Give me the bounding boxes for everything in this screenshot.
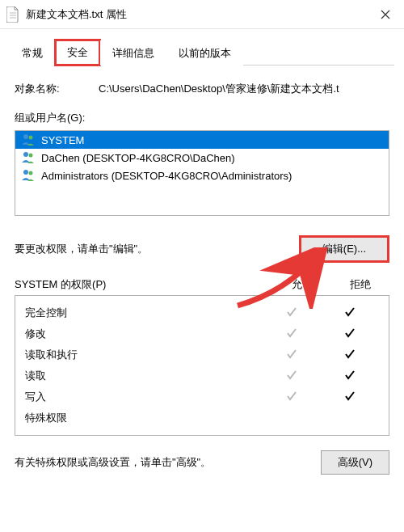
permission-allow-check xyxy=(263,390,321,405)
object-name-label: 对象名称: xyxy=(15,82,99,96)
svg-point-5 xyxy=(23,152,28,157)
permission-name: 读取 xyxy=(25,369,263,383)
svg-point-4 xyxy=(29,136,33,140)
permission-allow-check xyxy=(263,369,321,384)
edit-hint-text: 要更改权限，请单击"编辑"。 xyxy=(15,242,148,256)
window-title: 新建文本文档.txt 属性 xyxy=(26,7,367,22)
user-name: DaChen (DESKTOP-4KG8CRO\DaChen) xyxy=(41,152,235,164)
permission-row: 修改 xyxy=(15,323,389,344)
tab-general[interactable]: 常规 xyxy=(10,40,55,65)
permissions-header: SYSTEM 的权限(P) 允许 拒绝 xyxy=(15,277,389,292)
tab-previous-versions[interactable]: 以前的版本 xyxy=(166,40,243,65)
svg-point-8 xyxy=(29,171,33,175)
object-name-value: C:\Users\DaChen\Desktop\管家速修\新建文本文档.t xyxy=(99,82,389,96)
users-icon xyxy=(20,132,36,148)
permission-row: 读取和执行 xyxy=(15,344,389,365)
permission-row: 完全控制 xyxy=(15,302,389,323)
svg-point-6 xyxy=(29,154,33,158)
permission-name: 完全控制 xyxy=(25,306,263,320)
user-row[interactable]: DaChen (DESKTOP-4KG8CRO\DaChen) xyxy=(15,149,389,167)
advanced-button[interactable]: 高级(V) xyxy=(321,450,389,475)
close-button[interactable] xyxy=(367,0,404,29)
permission-allow-check xyxy=(263,306,321,321)
group-users-list[interactable]: SYSTEMDaChen (DESKTOP-4KG8CRO\DaChen)Adm… xyxy=(15,130,389,216)
users-icon xyxy=(20,150,36,166)
permission-name: 特殊权限 xyxy=(25,411,263,425)
users-icon xyxy=(20,167,36,184)
user-name: SYSTEM xyxy=(41,134,84,146)
titlebar: 新建文本文档.txt 属性 xyxy=(0,0,404,29)
allow-column-header: 允许 xyxy=(273,277,331,292)
permissions-list: 完全控制修改读取和执行读取写入特殊权限 xyxy=(15,295,389,436)
svg-point-7 xyxy=(23,170,28,175)
deny-column-header: 拒绝 xyxy=(331,277,389,292)
permission-deny-check xyxy=(321,306,379,321)
tab-details[interactable]: 详细信息 xyxy=(100,40,166,65)
object-name-row: 对象名称: C:\Users\DaChen\Desktop\管家速修\新建文本文… xyxy=(15,82,389,96)
permission-row: 写入 xyxy=(15,386,389,407)
permission-deny-check xyxy=(321,390,379,405)
document-icon xyxy=(6,6,19,23)
permission-deny-check xyxy=(321,327,379,342)
svg-point-3 xyxy=(23,134,28,139)
tab-security[interactable]: 安全 xyxy=(55,40,100,65)
permission-allow-check xyxy=(263,327,321,342)
permissions-title: SYSTEM 的权限(P) xyxy=(15,277,273,292)
permission-name: 写入 xyxy=(25,390,263,404)
edit-button[interactable]: 编辑(E)... xyxy=(299,235,389,263)
permission-row: 读取 xyxy=(15,365,389,386)
permission-deny-check xyxy=(321,369,379,384)
permission-deny-check xyxy=(321,348,379,363)
user-row[interactable]: SYSTEM xyxy=(15,131,389,149)
advanced-hint-text: 有关特殊权限或高级设置，请单击"高级"。 xyxy=(15,455,211,470)
tabs: 常规 安全 详细信息 以前的版本 xyxy=(10,39,394,65)
permission-name: 读取和执行 xyxy=(25,348,263,362)
user-row[interactable]: Administrators (DESKTOP-4KG8CRO\Administ… xyxy=(15,167,389,184)
permission-name: 修改 xyxy=(25,327,263,341)
permission-allow-check xyxy=(263,348,321,363)
group-users-label: 组或用户名(G): xyxy=(15,111,389,125)
user-name: Administrators (DESKTOP-4KG8CRO\Administ… xyxy=(41,170,292,182)
permission-row: 特殊权限 xyxy=(15,407,389,429)
security-tab-content: 对象名称: C:\Users\DaChen\Desktop\管家速修\新建文本文… xyxy=(0,65,404,484)
